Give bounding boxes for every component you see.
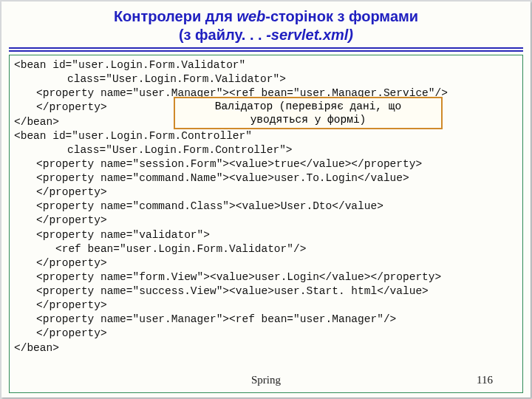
title-line2-a: (з файлу. . .	[179, 27, 266, 43]
code-line: <property name="command.Name"><value>use…	[14, 171, 409, 185]
code-block: <bean id="user.Login.Form.Validator" cla…	[9, 55, 523, 393]
code-line: <property name="session.Form"><value>tru…	[14, 157, 422, 171]
footer-label: Spring	[10, 373, 522, 388]
code-line: </property>	[14, 100, 107, 115]
divider	[9, 47, 523, 52]
code-line: <property name="user.Manager"><ref bean=…	[14, 313, 396, 327]
code-line: <bean id="user.Login.Form.Validator"	[14, 58, 518, 72]
code-line: </property>	[14, 214, 107, 228]
slide: Контролери для web-сторінок з формами (з…	[1, 1, 531, 398]
callout-box: Валідатор (перевіряє дані, що уводяться …	[174, 97, 443, 129]
code-line: <bean id="user.Login.Form.Controller"	[14, 129, 518, 143]
page-number: 116	[477, 373, 493, 388]
code-line: class="User.Login.Form.Validator">	[14, 72, 286, 86]
title-line1-b: web	[236, 8, 265, 24]
code-line: <ref bean="user.Login.Form.Validator"/>	[14, 242, 306, 256]
code-line: <property name="command.Class"><value>Us…	[14, 200, 383, 214]
code-line: <property name="validator">	[14, 228, 210, 242]
code-line: </bean>	[14, 341, 518, 355]
code-line: </property>	[14, 299, 107, 313]
code-line: <property name="form.View"><value>user.L…	[14, 270, 441, 284]
callout-line1: Валідатор (перевіряє дані, що	[215, 100, 401, 112]
title-line2-b: -servlet.xml)	[266, 27, 353, 43]
code-line: class="User.Login.Form.Controller">	[14, 143, 293, 157]
code-line: </property>	[14, 327, 107, 341]
code-line: </property>	[14, 185, 107, 200]
slide-title: Контролери для web-сторінок з формами (з…	[1, 1, 531, 44]
code-line: <property name="success.View"><value>use…	[14, 284, 429, 299]
title-line1-a: Контролери для	[114, 8, 237, 24]
title-line1-c: -сторінок з формами	[265, 8, 418, 24]
callout-line2: уводяться у формі)	[250, 114, 366, 126]
code-line: </property>	[14, 256, 107, 270]
